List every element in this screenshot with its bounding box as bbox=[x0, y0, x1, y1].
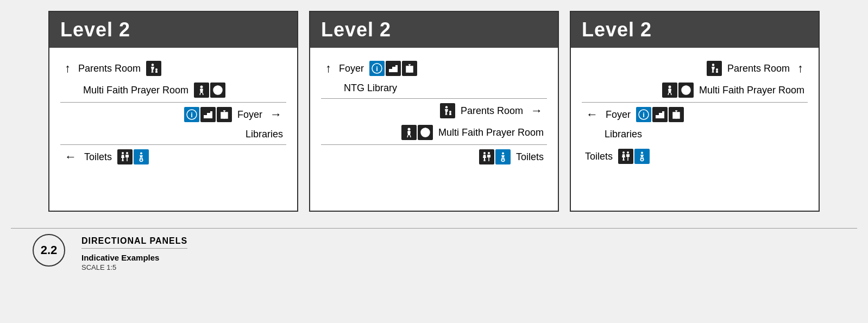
svg-line-18 bbox=[152, 69, 153, 73]
panel-header-1: Level 2 bbox=[49, 12, 297, 48]
row-label: Foyer bbox=[339, 63, 364, 74]
lift-icon bbox=[402, 61, 417, 76]
parents-room-icon bbox=[146, 61, 161, 76]
stairs-icon bbox=[386, 61, 401, 76]
svg-line-69 bbox=[713, 69, 714, 73]
svg-line-72 bbox=[668, 93, 669, 95]
subindent-label: Libraries bbox=[246, 129, 283, 140]
prayer-icon bbox=[194, 83, 209, 98]
icons-group: i bbox=[369, 61, 417, 76]
sign-row-1-4: Toilets bbox=[321, 144, 547, 169]
sign-subrow-1-3: Multi Faith Prayer Room bbox=[321, 123, 547, 144]
arrow-left-icon bbox=[586, 107, 598, 122]
arrow-left-icon bbox=[65, 150, 77, 164]
subrow-label: Multi Faith Prayer Room bbox=[83, 85, 188, 96]
svg-point-67 bbox=[712, 64, 714, 66]
svg-marker-31 bbox=[204, 111, 212, 118]
sign-row-2-0: Parents Room bbox=[582, 56, 808, 80]
accessible-icon bbox=[495, 149, 511, 164]
icons-group bbox=[662, 83, 694, 98]
row-label: Foyer bbox=[606, 109, 631, 121]
sign-subrow-2-1: Multi Faith Prayer Room bbox=[582, 80, 808, 102]
svg-point-21 bbox=[200, 86, 203, 88]
prayer2-icon bbox=[210, 83, 225, 98]
icons-group bbox=[401, 125, 433, 140]
panel-header-2: Level 2 bbox=[310, 12, 558, 48]
icons-group bbox=[146, 61, 161, 76]
svg-point-70 bbox=[716, 68, 718, 71]
svg-text:i: i bbox=[643, 111, 645, 119]
arrow-up-icon bbox=[797, 61, 803, 75]
svg-line-87 bbox=[624, 157, 624, 161]
row-label: Foyer bbox=[237, 109, 262, 121]
subindent-label: Libraries bbox=[605, 129, 642, 140]
svg-point-38 bbox=[126, 152, 128, 154]
footer-scale: SCALE 1:5 bbox=[81, 263, 187, 271]
svg-point-41 bbox=[140, 159, 143, 162]
parents-room-icon bbox=[440, 103, 455, 118]
section-number: 2.2 bbox=[33, 234, 65, 267]
sign-subrow-0-1: Multi Faith Prayer Room bbox=[60, 80, 286, 102]
svg-point-35 bbox=[122, 152, 124, 154]
svg-point-85 bbox=[622, 151, 625, 154]
sign-row-0-4: Toilets bbox=[60, 144, 286, 169]
svg-line-22 bbox=[200, 93, 200, 95]
svg-line-23 bbox=[203, 93, 203, 95]
footer-subtitle: Indicative Examples bbox=[81, 253, 187, 262]
info-icon: i bbox=[636, 107, 651, 122]
icons-group: i bbox=[636, 107, 684, 122]
row-label: Toilets bbox=[516, 151, 544, 163]
row-label: Parents Room bbox=[78, 63, 141, 74]
arrow-up-icon bbox=[65, 61, 71, 75]
prayer-icon bbox=[662, 83, 677, 98]
svg-text:i: i bbox=[191, 111, 193, 119]
stairs-icon bbox=[652, 107, 668, 122]
arrow-right-icon bbox=[270, 107, 282, 122]
sign-subindent-2-3: Libraries bbox=[582, 126, 808, 144]
sign-row-0-2: iFoyer bbox=[60, 102, 286, 126]
svg-text:i: i bbox=[376, 65, 378, 73]
lift-icon bbox=[669, 107, 684, 122]
icons-group bbox=[440, 103, 455, 118]
svg-point-90 bbox=[641, 152, 643, 154]
panel-body-3: Parents RoomMulti Faith Prayer RoomFoyer… bbox=[571, 48, 819, 211]
lift-icon bbox=[217, 107, 232, 122]
parents-room-icon bbox=[707, 61, 722, 76]
svg-point-63 bbox=[488, 152, 490, 154]
prayer2-icon bbox=[678, 83, 694, 98]
subrow-label: Multi Faith Prayer Room bbox=[438, 127, 544, 138]
svg-point-66 bbox=[501, 159, 504, 162]
icons-group bbox=[194, 83, 225, 98]
subrow-label: Multi Faith Prayer Room bbox=[699, 85, 804, 96]
toilets-icon bbox=[117, 149, 133, 164]
svg-point-71 bbox=[668, 86, 671, 88]
svg-marker-44 bbox=[389, 65, 398, 72]
svg-point-52 bbox=[407, 128, 410, 131]
footer-section: 2.2 DIRECTIONAL PANELS Indicative Exampl… bbox=[11, 228, 857, 277]
sign-row-1-2: Parents Room bbox=[321, 98, 547, 123]
icons-group bbox=[117, 149, 149, 164]
svg-point-40 bbox=[140, 153, 142, 155]
icons-group bbox=[479, 149, 511, 164]
panel-body-2: FoyeriNTG LibraryParents RoomMulti Faith… bbox=[310, 48, 558, 211]
footer-title: DIRECTIONAL PANELS bbox=[81, 236, 187, 246]
svg-point-17 bbox=[152, 64, 154, 66]
sign-subindent-0-3: Libraries bbox=[60, 126, 286, 144]
subindent-label: NTG Library bbox=[344, 83, 397, 94]
stairs-icon bbox=[200, 107, 216, 122]
svg-line-62 bbox=[485, 158, 485, 161]
sign-subindent-1-1: NTG Library bbox=[321, 80, 547, 98]
svg-point-91 bbox=[641, 159, 644, 161]
sign-row-2-2: Foyeri bbox=[582, 102, 808, 126]
svg-line-19 bbox=[153, 69, 153, 73]
arrow-up-icon bbox=[325, 61, 331, 75]
sign-panel-2: Level 2FoyeriNTG LibraryParents RoomMult… bbox=[309, 11, 559, 212]
svg-point-48 bbox=[445, 106, 448, 108]
row-label: Parents Room bbox=[461, 105, 523, 117]
icons-group bbox=[707, 61, 722, 76]
row-label: Toilets bbox=[84, 151, 112, 163]
sign-panel-3: Level 2Parents RoomMulti Faith Prayer Ro… bbox=[570, 11, 820, 212]
icons-group: i bbox=[184, 107, 232, 122]
sign-row-2-4: Toilets bbox=[582, 144, 808, 168]
accessible-icon bbox=[134, 149, 149, 164]
